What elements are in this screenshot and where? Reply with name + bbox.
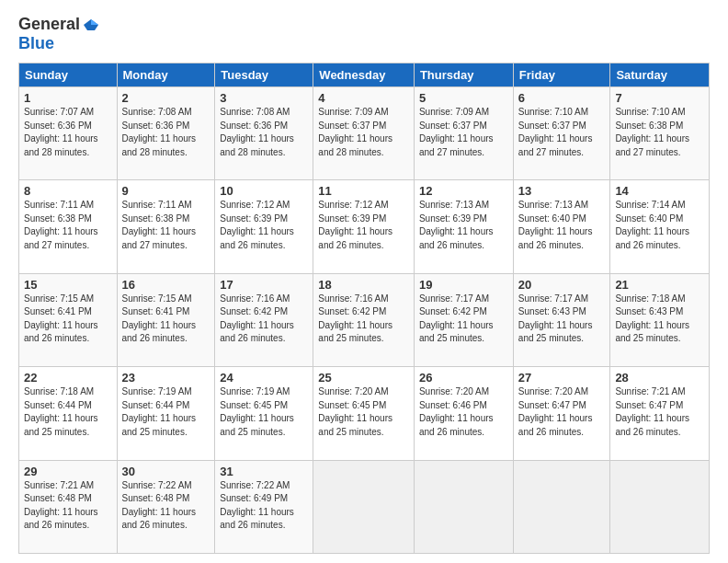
calendar-day-cell: 17Sunrise: 7:16 AM Sunset: 6:42 PM Dayli… <box>215 273 313 366</box>
day-info: Sunrise: 7:19 AM Sunset: 6:45 PM Dayligh… <box>220 385 308 439</box>
day-number: 20 <box>518 278 606 292</box>
day-number: 8 <box>24 184 112 198</box>
calendar-day-cell: 23Sunrise: 7:19 AM Sunset: 6:44 PM Dayli… <box>117 367 215 460</box>
calendar-day-cell: 22Sunrise: 7:18 AM Sunset: 6:44 PM Dayli… <box>19 367 118 460</box>
calendar-day-cell: 30Sunrise: 7:22 AM Sunset: 6:48 PM Dayli… <box>117 460 215 553</box>
calendar-day-header: Sunday <box>19 63 118 87</box>
day-number: 4 <box>318 91 409 105</box>
day-info: Sunrise: 7:16 AM Sunset: 6:42 PM Dayligh… <box>318 293 409 346</box>
day-number: 5 <box>419 91 508 105</box>
calendar-day-cell: 7Sunrise: 7:10 AM Sunset: 6:38 PM Daylig… <box>610 87 710 180</box>
day-info: Sunrise: 7:11 AM Sunset: 6:38 PM Dayligh… <box>122 199 210 252</box>
day-info: Sunrise: 7:21 AM Sunset: 6:47 PM Dayligh… <box>615 385 704 439</box>
day-info: Sunrise: 7:20 AM Sunset: 6:46 PM Dayligh… <box>419 385 508 439</box>
day-number: 28 <box>615 371 704 385</box>
calendar-week-row: 15Sunrise: 7:15 AM Sunset: 6:41 PM Dayli… <box>19 273 710 366</box>
calendar-table: SundayMondayTuesdayWednesdayThursdayFrid… <box>18 63 710 554</box>
calendar-body: 1Sunrise: 7:07 AM Sunset: 6:36 PM Daylig… <box>19 87 710 554</box>
calendar-day-cell: 21Sunrise: 7:18 AM Sunset: 6:43 PM Dayli… <box>610 273 710 366</box>
day-number: 22 <box>24 371 112 385</box>
day-info: Sunrise: 7:16 AM Sunset: 6:42 PM Dayligh… <box>220 293 308 346</box>
day-number: 26 <box>419 371 508 385</box>
day-info: Sunrise: 7:10 AM Sunset: 6:38 PM Dayligh… <box>615 106 704 159</box>
day-number: 29 <box>24 465 112 478</box>
calendar-day-header: Tuesday <box>215 63 313 87</box>
calendar-day-cell <box>513 460 610 553</box>
day-info: Sunrise: 7:13 AM Sunset: 6:39 PM Dayligh… <box>419 199 508 252</box>
day-number: 11 <box>318 184 409 198</box>
day-number: 2 <box>122 91 210 105</box>
calendar-day-cell: 20Sunrise: 7:17 AM Sunset: 6:43 PM Dayli… <box>513 273 610 366</box>
day-number: 31 <box>220 465 308 478</box>
calendar-day-cell: 5Sunrise: 7:09 AM Sunset: 6:37 PM Daylig… <box>414 87 513 180</box>
calendar-day-header: Wednesday <box>313 63 415 87</box>
day-number: 6 <box>518 91 606 105</box>
day-number: 13 <box>518 184 606 198</box>
calendar-day-cell: 16Sunrise: 7:15 AM Sunset: 6:41 PM Dayli… <box>117 273 215 366</box>
day-info: Sunrise: 7:20 AM Sunset: 6:45 PM Dayligh… <box>318 385 409 439</box>
day-info: Sunrise: 7:08 AM Sunset: 6:36 PM Dayligh… <box>220 106 308 159</box>
logo-blue: Blue <box>18 34 54 53</box>
day-info: Sunrise: 7:11 AM Sunset: 6:38 PM Dayligh… <box>24 199 112 252</box>
calendar-day-cell: 9Sunrise: 7:11 AM Sunset: 6:38 PM Daylig… <box>117 180 215 273</box>
day-info: Sunrise: 7:12 AM Sunset: 6:39 PM Dayligh… <box>318 199 409 252</box>
calendar-week-row: 1Sunrise: 7:07 AM Sunset: 6:36 PM Daylig… <box>19 87 710 180</box>
day-number: 27 <box>518 371 606 385</box>
day-number: 17 <box>220 278 308 292</box>
day-info: Sunrise: 7:18 AM Sunset: 6:44 PM Dayligh… <box>24 385 112 439</box>
day-info: Sunrise: 7:07 AM Sunset: 6:36 PM Dayligh… <box>24 106 112 159</box>
day-info: Sunrise: 7:09 AM Sunset: 6:37 PM Dayligh… <box>318 106 409 159</box>
calendar-day-cell: 13Sunrise: 7:13 AM Sunset: 6:40 PM Dayli… <box>513 180 610 273</box>
day-number: 7 <box>615 91 704 105</box>
calendar-day-header: Saturday <box>610 63 710 87</box>
day-number: 1 <box>24 91 112 105</box>
day-info: Sunrise: 7:10 AM Sunset: 6:37 PM Dayligh… <box>518 106 606 159</box>
day-number: 9 <box>122 184 210 198</box>
day-number: 16 <box>122 278 210 292</box>
day-number: 10 <box>220 184 308 198</box>
day-number: 12 <box>419 184 508 198</box>
day-info: Sunrise: 7:13 AM Sunset: 6:40 PM Dayligh… <box>518 199 606 252</box>
page: GeneralBlue SundayMondayTuesdayWednesday… <box>0 0 728 563</box>
day-info: Sunrise: 7:19 AM Sunset: 6:44 PM Dayligh… <box>122 385 210 439</box>
calendar-day-header: Monday <box>117 63 215 87</box>
logo-general: General <box>18 15 80 34</box>
calendar-day-cell <box>313 460 415 553</box>
calendar-day-header: Friday <box>513 63 610 87</box>
calendar-day-cell <box>610 460 710 553</box>
day-info: Sunrise: 7:15 AM Sunset: 6:41 PM Dayligh… <box>122 293 210 346</box>
day-info: Sunrise: 7:17 AM Sunset: 6:43 PM Dayligh… <box>518 293 606 346</box>
calendar-day-cell: 2Sunrise: 7:08 AM Sunset: 6:36 PM Daylig… <box>117 87 215 180</box>
day-info: Sunrise: 7:15 AM Sunset: 6:41 PM Dayligh… <box>24 293 112 346</box>
logo-bird-icon <box>82 17 100 32</box>
day-number: 14 <box>615 184 704 198</box>
calendar-day-cell: 4Sunrise: 7:09 AM Sunset: 6:37 PM Daylig… <box>313 87 415 180</box>
calendar-day-cell: 31Sunrise: 7:22 AM Sunset: 6:49 PM Dayli… <box>215 460 313 553</box>
calendar-week-row: 8Sunrise: 7:11 AM Sunset: 6:38 PM Daylig… <box>19 180 710 273</box>
calendar-day-cell: 26Sunrise: 7:20 AM Sunset: 6:46 PM Dayli… <box>414 367 513 460</box>
calendar-day-cell: 8Sunrise: 7:11 AM Sunset: 6:38 PM Daylig… <box>19 180 118 273</box>
calendar-day-cell: 10Sunrise: 7:12 AM Sunset: 6:39 PM Dayli… <box>215 180 313 273</box>
day-info: Sunrise: 7:20 AM Sunset: 6:47 PM Dayligh… <box>518 385 606 439</box>
calendar-day-cell <box>414 460 513 553</box>
calendar-day-cell: 1Sunrise: 7:07 AM Sunset: 6:36 PM Daylig… <box>19 87 118 180</box>
day-info: Sunrise: 7:14 AM Sunset: 6:40 PM Dayligh… <box>615 199 704 252</box>
day-number: 24 <box>220 371 308 385</box>
day-number: 30 <box>122 465 210 478</box>
calendar-day-cell: 11Sunrise: 7:12 AM Sunset: 6:39 PM Dayli… <box>313 180 415 273</box>
day-number: 3 <box>220 91 308 105</box>
day-number: 18 <box>318 278 409 292</box>
day-info: Sunrise: 7:22 AM Sunset: 6:48 PM Dayligh… <box>122 479 210 533</box>
calendar-day-cell: 12Sunrise: 7:13 AM Sunset: 6:39 PM Dayli… <box>414 180 513 273</box>
day-info: Sunrise: 7:08 AM Sunset: 6:36 PM Dayligh… <box>122 106 210 159</box>
calendar-day-cell: 25Sunrise: 7:20 AM Sunset: 6:45 PM Dayli… <box>313 367 415 460</box>
svg-marker-1 <box>91 19 98 25</box>
calendar-day-cell: 6Sunrise: 7:10 AM Sunset: 6:37 PM Daylig… <box>513 87 610 180</box>
calendar-day-cell: 28Sunrise: 7:21 AM Sunset: 6:47 PM Dayli… <box>610 367 710 460</box>
day-number: 25 <box>318 371 409 385</box>
day-number: 15 <box>24 278 112 292</box>
calendar-day-cell: 14Sunrise: 7:14 AM Sunset: 6:40 PM Dayli… <box>610 180 710 273</box>
day-number: 23 <box>122 371 210 385</box>
day-info: Sunrise: 7:22 AM Sunset: 6:49 PM Dayligh… <box>220 479 308 533</box>
calendar-day-cell: 3Sunrise: 7:08 AM Sunset: 6:36 PM Daylig… <box>215 87 313 180</box>
